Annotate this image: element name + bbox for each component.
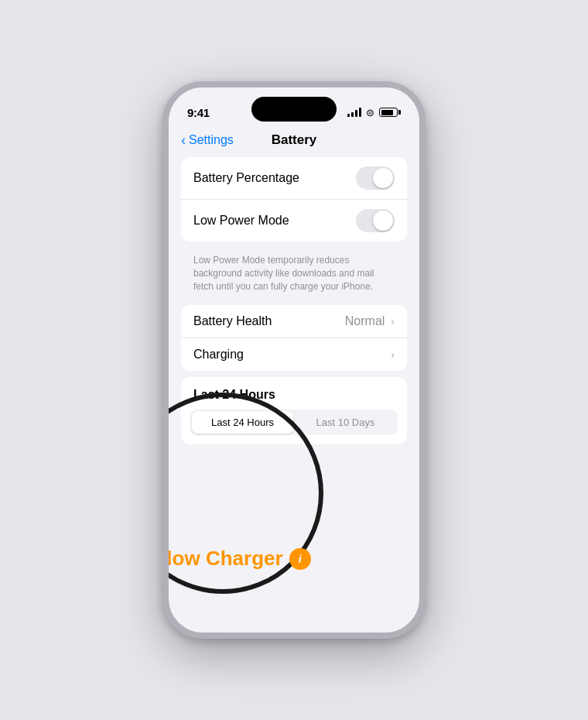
back-label: Settings <box>189 133 234 147</box>
charging-row[interactable]: Charging › <box>181 338 407 371</box>
segment-control[interactable]: Last 24 Hours Last 10 Days <box>190 410 398 435</box>
status-time: 9:41 <box>187 106 210 119</box>
segment-24h[interactable]: Last 24 Hours <box>192 411 293 434</box>
nav-bar: ‹ Settings Battery <box>169 126 419 157</box>
battery-health-label: Battery Health <box>193 314 272 328</box>
info-icon-label: i <box>299 553 302 565</box>
low-power-mode-row[interactable]: Low Power Mode <box>181 200 407 242</box>
phone-wrapper: 9:41 ⊜ ‹ <box>162 81 426 639</box>
toggles-card: Battery Percentage Low Power Mode <box>181 157 407 242</box>
segment-title-row: Last 24 Hours <box>181 377 407 410</box>
info-icon[interactable]: i <box>289 548 311 570</box>
battery-percentage-toggle[interactable] <box>356 166 395 190</box>
phone-frame: 9:41 ⊜ ‹ <box>162 81 426 639</box>
page-title: Battery <box>272 132 317 148</box>
status-bar: 9:41 ⊜ <box>169 87 419 126</box>
chevron-right-icon-health: › <box>391 315 395 327</box>
battery-health-value: Normal <box>345 314 385 328</box>
chevron-left-icon: ‹ <box>181 132 186 149</box>
slow-charger-text: Slow Charger <box>169 547 283 571</box>
segment-title: Last 24 Hours <box>193 388 275 402</box>
low-power-mode-label: Low Power Mode <box>193 214 289 228</box>
settings-content: Battery Percentage Low Power Mode Low Po… <box>169 157 419 444</box>
battery-icon <box>379 108 401 117</box>
segment-area: Last 24 Hours Last 24 Hours Last 10 Days <box>181 377 407 444</box>
segment-10d-label: Last 10 Days <box>316 417 375 428</box>
status-icons: ⊜ <box>347 107 401 118</box>
health-card: Battery Health Normal › Charging › <box>181 305 407 371</box>
wifi-icon: ⊜ <box>366 107 374 118</box>
segment-24h-label: Last 24 Hours <box>211 417 274 428</box>
battery-percentage-row[interactable]: Battery Percentage <box>181 157 407 200</box>
dynamic-island <box>251 97 337 122</box>
slow-charger-overlay: Slow Charger i <box>169 547 311 571</box>
low-power-footnote: Low Power Mode temporarily reduces backg… <box>181 248 407 305</box>
low-power-mode-toggle[interactable] <box>356 209 395 232</box>
charging-label: Charging <box>193 348 244 362</box>
chevron-right-icon-charging: › <box>391 348 395 361</box>
signal-bars-icon <box>347 108 361 117</box>
charging-right: › <box>391 348 395 361</box>
battery-health-row[interactable]: Battery Health Normal › <box>181 305 407 338</box>
toggle-knob-2 <box>373 211 393 231</box>
battery-percentage-label: Battery Percentage <box>193 171 299 185</box>
segment-10d[interactable]: Last 10 Days <box>295 411 396 434</box>
screen: 9:41 ⊜ ‹ <box>169 87 419 633</box>
battery-health-right: Normal › <box>345 314 395 328</box>
toggle-knob <box>373 168 393 188</box>
back-button[interactable]: ‹ Settings <box>181 132 234 149</box>
